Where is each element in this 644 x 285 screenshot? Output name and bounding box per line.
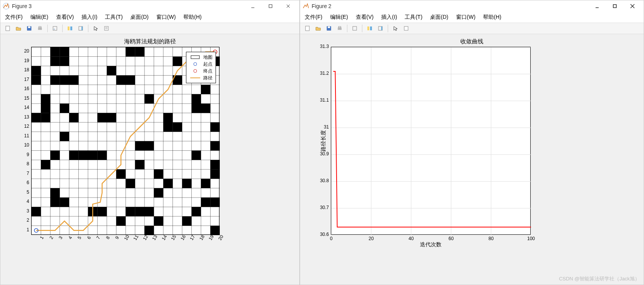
- fig2-xtick: 60: [448, 234, 453, 241]
- menu-file[interactable]: 文件(F): [3, 13, 25, 21]
- svg-rect-150: [370, 26, 372, 30]
- insert-icon[interactable]: [101, 23, 111, 33]
- insert-icon[interactable]: [401, 23, 411, 33]
- figure2-menubar: 文件(F) 编辑(E) 查看(V) 插入(I) 工具(T) 桌面(D) 窗口(W…: [300, 12, 644, 23]
- pointer-icon[interactable]: [91, 23, 101, 33]
- fig2-axes[interactable]: 路径长度 迭代次数 30.630.730.830.93131.131.231.3…: [331, 47, 531, 235]
- svg-rect-83: [135, 207, 145, 217]
- close-button[interactable]: [624, 0, 641, 12]
- svg-rect-60: [88, 151, 98, 160]
- svg-rect-42: [192, 104, 201, 113]
- menu-help[interactable]: 帮助(H): [481, 13, 503, 21]
- menu-view[interactable]: 查看(V): [54, 13, 76, 21]
- svg-rect-34: [126, 76, 135, 85]
- datacursor-icon[interactable]: [50, 23, 60, 33]
- svg-rect-79: [32, 207, 41, 217]
- svg-rect-41: [60, 104, 70, 113]
- new-icon[interactable]: [3, 23, 13, 33]
- figure2-title: Figure 2: [312, 3, 588, 9]
- fig3-ytick: 19: [24, 58, 32, 63]
- figure3-plotarea[interactable]: 海鸥算法规划的路径 地图 起点 终点 路径 123456789101112131…: [0, 34, 299, 285]
- fig2-ytick: 30.6: [320, 232, 331, 237]
- svg-rect-69: [126, 179, 135, 188]
- figure2-plotarea[interactable]: 收敛曲线 路径长度 迭代次数 30.630.730.830.93131.131.…: [300, 34, 644, 285]
- svg-rect-71: [182, 179, 192, 188]
- svg-rect-24: [60, 57, 70, 66]
- print-icon[interactable]: [335, 23, 345, 33]
- fig2-ylabel: 路径长度: [320, 130, 327, 152]
- close-button[interactable]: [279, 0, 297, 12]
- fig3-legend[interactable]: 地图 起点 终点 路径: [186, 52, 216, 83]
- fig2-ytick: 30.7: [320, 205, 331, 210]
- minimize-button[interactable]: [244, 0, 262, 12]
- open-icon[interactable]: [313, 23, 323, 33]
- svg-rect-152: [381, 26, 382, 30]
- maximize-button[interactable]: [606, 0, 624, 12]
- svg-rect-148: [353, 26, 357, 30]
- menu-insert[interactable]: 插入(I): [79, 13, 100, 21]
- svg-rect-53: [60, 132, 70, 142]
- svg-rect-63: [41, 160, 51, 170]
- colorbar-icon[interactable]: [375, 23, 385, 33]
- menu-tools[interactable]: 工具(T): [402, 13, 425, 21]
- svg-rect-73: [50, 188, 60, 198]
- svg-rect-153: [404, 26, 408, 30]
- fig3-ytick: 17: [24, 77, 32, 82]
- link-icon[interactable]: [65, 23, 75, 33]
- svg-rect-50: [163, 122, 173, 132]
- menu-view[interactable]: 查看(V): [354, 13, 376, 21]
- svg-rect-49: [163, 113, 173, 123]
- fig2-ytick: 30.8: [320, 178, 331, 183]
- svg-rect-67: [154, 170, 164, 179]
- open-icon[interactable]: [13, 23, 23, 33]
- fig2-ytick: 31.3: [320, 44, 331, 49]
- menu-window[interactable]: 窗口(W): [154, 13, 178, 21]
- svg-rect-58: [69, 151, 79, 160]
- svg-rect-47: [98, 113, 107, 123]
- fig2-ytick: 30.9: [320, 151, 331, 157]
- colorbar-icon[interactable]: [76, 23, 86, 33]
- svg-rect-62: [192, 151, 201, 160]
- figure2-titlebar[interactable]: Figure 2: [300, 0, 644, 12]
- svg-rect-85: [192, 207, 201, 217]
- menu-help[interactable]: 帮助(H): [181, 13, 204, 21]
- fig2-xtick: 0: [330, 234, 333, 241]
- svg-rect-149: [367, 26, 369, 30]
- svg-rect-8: [38, 28, 42, 30]
- minimize-button[interactable]: [588, 0, 606, 12]
- pointer-icon[interactable]: [390, 23, 400, 33]
- svg-rect-22: [135, 47, 145, 57]
- datacursor-icon[interactable]: [350, 23, 360, 33]
- svg-rect-2: [269, 5, 272, 8]
- svg-rect-29: [32, 76, 41, 85]
- svg-rect-86: [116, 216, 126, 226]
- svg-rect-77: [201, 198, 211, 207]
- link-icon[interactable]: [365, 23, 375, 33]
- fig3-ytick: 5: [27, 189, 32, 195]
- menu-file[interactable]: 文件(F): [302, 13, 325, 21]
- save-icon[interactable]: [324, 23, 334, 33]
- new-icon[interactable]: [302, 23, 312, 33]
- menu-window[interactable]: 窗口(W): [454, 13, 478, 21]
- figure3-titlebar[interactable]: Figure 3: [0, 0, 299, 12]
- menu-insert[interactable]: 插入(I): [379, 13, 399, 21]
- matlab-icon: [302, 3, 309, 10]
- maximize-button[interactable]: [262, 0, 279, 12]
- svg-rect-65: [211, 160, 220, 170]
- save-icon[interactable]: [24, 23, 34, 33]
- menu-tools[interactable]: 工具(T): [103, 13, 125, 21]
- svg-rect-5: [6, 26, 10, 31]
- fig3-ytick: 15: [24, 96, 32, 101]
- print-icon[interactable]: [35, 23, 45, 33]
- menu-desktop[interactable]: 桌面(D): [128, 13, 151, 21]
- fig2-ytick: 31.2: [320, 71, 331, 76]
- fig3-ytick: 1: [27, 227, 32, 232]
- fig3-axes[interactable]: 地图 起点 终点 路径 1234567891011121314151617181…: [31, 47, 219, 235]
- svg-rect-88: [182, 216, 192, 226]
- menu-edit[interactable]: 编辑(E): [28, 13, 51, 21]
- menu-edit[interactable]: 编辑(E): [328, 13, 350, 21]
- figure3-title: Figure 3: [12, 3, 244, 9]
- svg-rect-66: [116, 170, 126, 179]
- fig3-ytick: 10: [24, 142, 32, 148]
- menu-desktop[interactable]: 桌面(D): [428, 13, 450, 21]
